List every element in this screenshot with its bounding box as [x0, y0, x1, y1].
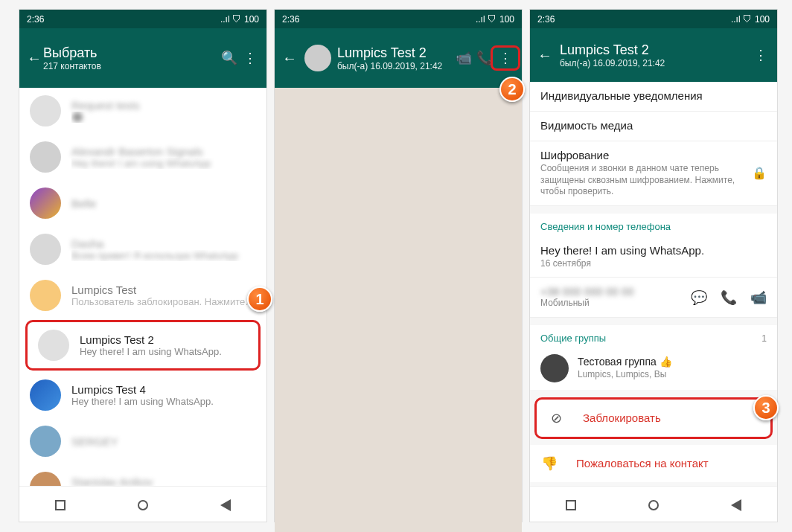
- contact-item[interactable]: SERGEY: [19, 418, 266, 464]
- contact-item[interactable]: Lumpics Test 4Hey there! I am using What…: [19, 372, 266, 418]
- block-icon: ⊘: [547, 410, 565, 426]
- phone-chat: 2:36 ..ıl ⛉ 100 ← Lumpics Test 2 был(-а)…: [274, 9, 523, 522]
- contact-name: Alexandr Baserton Signals: [71, 145, 256, 158]
- status-bar: 2:36 ..ıl ⛉ 100: [530, 10, 777, 28]
- contact-avatar: [30, 188, 61, 219]
- contact-status: Hey there! I am using WhatsApp.: [80, 346, 248, 357]
- group-avatar: [540, 354, 569, 382]
- callout-2: 2: [499, 77, 525, 102]
- status-bar: 2:36 ..ıl ⛉ 100: [275, 10, 522, 28]
- contact-name: Belle: [71, 197, 256, 210]
- contact-item[interactable]: Belle: [19, 180, 266, 226]
- search-icon[interactable]: 🔍: [219, 50, 240, 66]
- report-button[interactable]: 👎 Пожаловаться на контакт: [530, 445, 777, 482]
- block-button[interactable]: ⊘ Заблокировать: [537, 400, 770, 437]
- more-icon[interactable]: ⋮: [240, 50, 261, 66]
- contact-item[interactable]: Lumpics TestПользователь заблокирован. Н…: [19, 272, 266, 318]
- page-subtitle: 217 контактов: [43, 61, 219, 71]
- info-app-bar: ← Lumpics Test 2 был(-а) 16.09.2019, 21:…: [530, 28, 777, 82]
- group-item[interactable]: Тестовая группа 👍 Lumpics, Lumpics, Вы: [530, 347, 777, 390]
- chat-app-bar: ← Lumpics Test 2 был(-а) 16.09.2019, 21:…: [275, 28, 522, 88]
- thumbs-down-icon: 👎: [540, 455, 558, 472]
- phone-contact-info: 2:36 ..ıl ⛉ 100 ← Lumpics Test 2 был(-а)…: [529, 9, 778, 522]
- contact-status: Всем привет! Я использую WhatsApp: [71, 250, 256, 261]
- contact-name: Dasha: [71, 237, 256, 250]
- contact-avatar: [30, 234, 61, 265]
- info-content[interactable]: Индивидуальные уведомления Видимость мед…: [530, 82, 777, 486]
- phone-contacts: 2:36 ..ıl ⛉ 100 ← Выбрать 217 контактов …: [19, 9, 267, 522]
- highlight-box: [491, 45, 520, 71]
- nav-recent-icon[interactable]: [566, 500, 576, 510]
- custom-notifications[interactable]: Индивидуальные уведомления: [530, 82, 777, 112]
- nav-bar: [19, 486, 266, 523]
- back-icon[interactable]: ←: [281, 50, 298, 67]
- message-icon[interactable]: 💬: [691, 289, 707, 306]
- page-title: Выбрать: [43, 45, 219, 61]
- contact-status: Пользователь заблокирован. Нажмите, ч...: [71, 296, 256, 307]
- contact-item[interactable]: DashaВсем привет! Я использую WhatsApp: [19, 226, 266, 272]
- nav-home-icon[interactable]: [648, 500, 659, 510]
- status-time: 2:36: [537, 14, 555, 25]
- status-bar: 2:36 ..ıl ⛉ 100: [19, 10, 266, 28]
- contact-name: Lumpics Test 2: [560, 42, 750, 58]
- phone-number: +38 000 000 00 00: [540, 285, 634, 298]
- contact-header[interactable]: Lumpics Test 2 был(-а) 16.09.2019, 21:42: [337, 45, 453, 71]
- contact-name: Request tests: [71, 99, 256, 112]
- contact-name: Lumpics Test 4: [71, 383, 256, 396]
- back-icon[interactable]: ←: [536, 47, 554, 64]
- about-section[interactable]: Hey there! I am using WhatsApp. 16 сентя…: [530, 237, 777, 278]
- contact-name: Lumpics Test: [71, 283, 256, 296]
- contact-status: Hey there! I am using WhatsApp.: [71, 396, 256, 407]
- contact-avatar: [30, 95, 61, 126]
- contact-name: SERGEY: [71, 435, 256, 448]
- groups-header: Общие группы: [540, 333, 606, 344]
- contact-avatar: [30, 280, 61, 311]
- nav-back-icon[interactable]: [220, 499, 231, 511]
- nav-back-icon[interactable]: [731, 499, 741, 511]
- chat-area[interactable]: ☺ Введите текст 📎 📷 🎤: [275, 88, 522, 532]
- last-seen: был(-а) 16.09.2019, 21:42: [337, 61, 453, 71]
- contact-name: Lumpics Test 2: [337, 45, 453, 61]
- app-bar: ← Выбрать 217 контактов 🔍 ⋮: [19, 28, 266, 88]
- contact-avatar: [38, 330, 69, 361]
- contact-avatar: [30, 472, 61, 486]
- status-icons: ..ıl ⛉ 100: [731, 14, 770, 25]
- call-icon[interactable]: 📞: [721, 289, 737, 306]
- back-icon[interactable]: ←: [25, 50, 43, 67]
- status-time: 2:36: [27, 14, 44, 25]
- phone-section[interactable]: +38 000 000 00 00 Мобильный 💬 📞 📹: [530, 278, 777, 318]
- last-seen: был(-а) 16.09.2019, 21:42: [560, 58, 750, 68]
- more-icon[interactable]: ⋮: [495, 50, 516, 66]
- nav-recent-icon[interactable]: [55, 500, 66, 510]
- video-call-icon[interactable]: 📹: [453, 50, 474, 66]
- contact-avatar[interactable]: [304, 45, 331, 71]
- contact-list[interactable]: Request tests😊Alexandr Baserton SignalsH…: [19, 88, 266, 486]
- contact-status: Hey there! I am using WhatsApp: [71, 158, 256, 169]
- about-header: Сведения и номер телефона: [540, 221, 767, 232]
- lock-icon: 🔒: [752, 166, 767, 180]
- contact-item[interactable]: Stanislav AnikovВсем привет! Я использую…: [19, 464, 266, 486]
- contact-item[interactable]: Lumpics Test 2Hey there! I am using What…: [25, 320, 261, 371]
- nav-home-icon[interactable]: [138, 500, 148, 510]
- contact-avatar: [30, 379, 61, 411]
- contact-item[interactable]: Alexandr Baserton SignalsHey there! I am…: [19, 134, 266, 180]
- nav-bar: [530, 486, 777, 523]
- media-visibility[interactable]: Видимость медиа: [530, 112, 777, 141]
- contact-avatar: [30, 426, 61, 457]
- status-icons: ..ıl ⛉ 100: [476, 14, 514, 25]
- callout-1: 1: [247, 286, 272, 312]
- status-time: 2:36: [282, 14, 299, 25]
- contact-status: 😊: [71, 112, 256, 123]
- contact-name: Lumpics Test 2: [80, 333, 248, 346]
- contact-name: Stanislav Anikov: [71, 475, 256, 486]
- contact-item[interactable]: Request tests😊: [19, 88, 266, 134]
- more-icon[interactable]: ⋮: [750, 47, 771, 63]
- status-icons: ..ıl ⛉ 100: [220, 14, 259, 25]
- contact-avatar: [30, 141, 61, 173]
- callout-3: 3: [753, 395, 779, 420]
- encryption[interactable]: Шифрование Сообщения и звонки в данном ч…: [530, 141, 777, 206]
- video-icon[interactable]: 📹: [750, 289, 767, 306]
